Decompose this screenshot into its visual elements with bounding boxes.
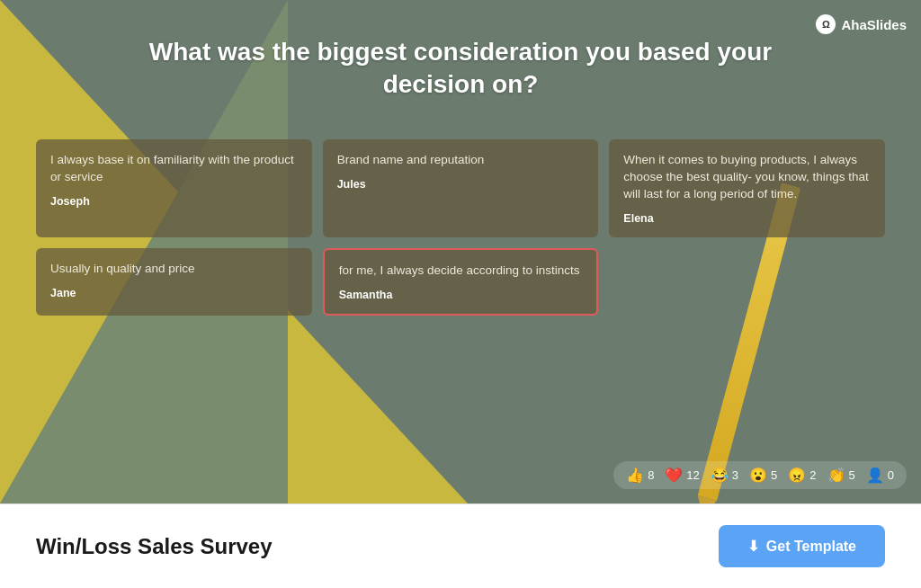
card-3-text: When it comes to buying products, I alwa… [623, 152, 871, 203]
clap-count: 5 [849, 468, 855, 482]
reaction-clap: 👏 5 [827, 467, 855, 484]
slide-title: What was the biggest consideration you b… [101, 36, 820, 102]
response-card-1: I always base it on familiarity with the… [36, 139, 312, 237]
cards-container: I always base it on familiarity with the… [36, 139, 885, 316]
laugh-icon: 😂 [711, 467, 729, 484]
reaction-laugh: 😂 3 [711, 467, 738, 484]
reaction-wow: 😮 5 [749, 467, 777, 484]
heart-icon: ❤️ [665, 467, 683, 484]
reaction-thumbsup: 👍 8 [626, 467, 654, 484]
slide-area: Ω AhaSlides What was the biggest conside… [0, 0, 921, 503]
thumbsup-icon: 👍 [626, 467, 644, 484]
main-container: Ω AhaSlides What was the biggest conside… [0, 0, 921, 588]
download-icon: ⬇ [747, 538, 759, 555]
response-card-3: When it comes to buying products, I alwa… [609, 139, 885, 237]
reaction-angry: 😠 2 [788, 467, 816, 484]
thumbsup-count: 8 [648, 468, 654, 482]
angry-count: 2 [809, 468, 816, 482]
response-card-2: Brand name and reputation Jules [323, 139, 599, 237]
card-5-text: for me, I always decide according to ins… [339, 263, 583, 280]
bottom-bar: Win/Loss Sales Survey ⬇ Get Template [0, 503, 921, 588]
card-2-text: Brand name and reputation [337, 152, 585, 169]
clap-icon: 👏 [827, 467, 845, 484]
reaction-person: 👤 0 [866, 467, 894, 484]
get-template-label: Get Template [766, 539, 856, 555]
reaction-bar: 👍 8 ❤️ 12 😂 3 😮 5 😠 2 👏 5 [613, 461, 907, 489]
page-title: Win/Loss Sales Survey [36, 534, 273, 559]
heart-count: 12 [686, 468, 699, 482]
logo-icon: Ω [816, 14, 836, 34]
reaction-heart: ❤️ 12 [665, 467, 699, 484]
card-1-text: I always base it on familiarity with the… [50, 152, 298, 186]
angry-icon: 😠 [788, 467, 806, 484]
wow-icon: 😮 [749, 467, 767, 484]
card-1-author: Joseph [50, 195, 298, 208]
card-4-author: Jane [50, 287, 298, 299]
person-count: 0 [888, 468, 894, 482]
card-2-author: Jules [337, 178, 585, 191]
laugh-count: 3 [732, 468, 738, 482]
response-card-5: for me, I always decide according to ins… [323, 248, 599, 316]
response-card-4: Usually in quality and price Jane [36, 248, 312, 316]
wow-count: 5 [771, 468, 777, 482]
card-4-text: Usually in quality and price [50, 261, 298, 278]
get-template-button[interactable]: ⬇ Get Template [719, 525, 885, 567]
logo-text: AhaSlides [841, 17, 907, 32]
ahaslides-logo: Ω AhaSlides [816, 14, 907, 34]
person-icon: 👤 [866, 467, 884, 484]
card-3-author: Elena [623, 212, 871, 225]
card-5-author: Samantha [339, 289, 583, 301]
